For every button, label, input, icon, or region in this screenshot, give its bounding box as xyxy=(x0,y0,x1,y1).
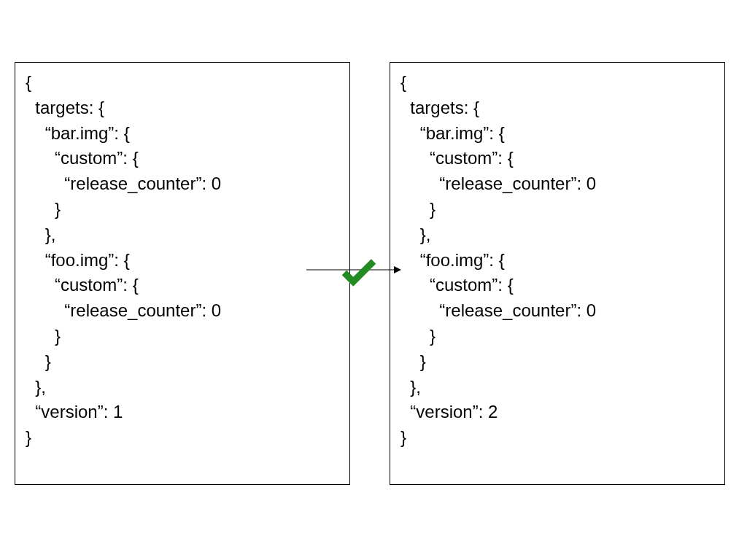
code-box-right: { targets: { “bar.img”: { “custom”: { “r… xyxy=(390,62,725,485)
diagram-canvas: { targets: { “bar.img”: { “custom”: { “r… xyxy=(0,0,747,560)
code-box-left: { targets: { “bar.img”: { “custom”: { “r… xyxy=(15,62,350,485)
